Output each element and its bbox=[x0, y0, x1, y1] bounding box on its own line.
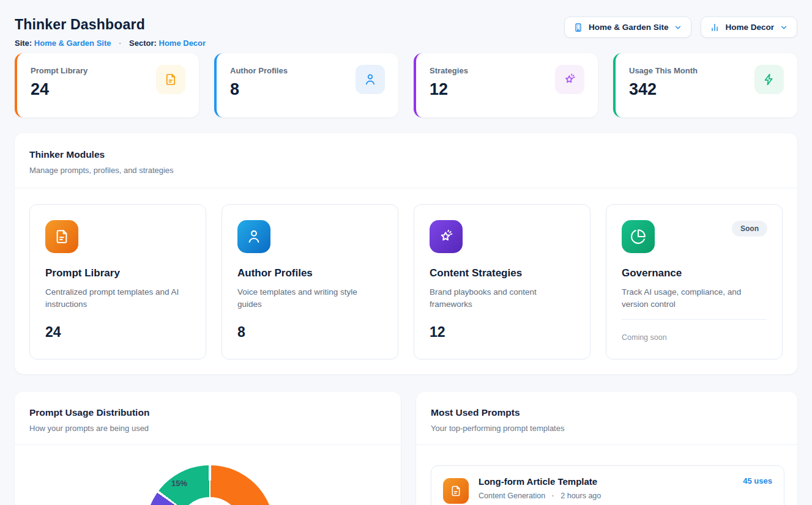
page-title: Thinker Dashboard bbox=[15, 17, 206, 33]
zap-icon bbox=[754, 65, 784, 94]
breadcrumb: Site: Home & Garden Site · Sector: Home … bbox=[15, 39, 206, 48]
header-controls: Home & Garden Site Home Decor bbox=[564, 17, 797, 38]
separator-dot: · bbox=[119, 39, 121, 48]
stat-card-usage: Usage This Month 342 bbox=[613, 53, 797, 117]
bar-chart-icon bbox=[710, 23, 720, 32]
module-title: Governance bbox=[622, 267, 767, 279]
dashboard-page: Thinker Dashboard Site: Home & Garden Si… bbox=[0, 0, 812, 505]
most-used-prompts-panel: Most Used Prompts Your top-performing pr… bbox=[416, 392, 797, 505]
modules-subtitle: Manage prompts, profiles, and strategies bbox=[29, 166, 783, 175]
prompt-item-category: Content Generation bbox=[479, 492, 545, 500]
module-stat: 24 bbox=[45, 324, 61, 341]
module-title: Author Profiles bbox=[237, 267, 382, 279]
stat-cards-row: Prompt Library 24 Author Profiles 8 Stra… bbox=[15, 53, 797, 117]
prompt-item-title: Long-form Article Template bbox=[479, 476, 601, 487]
prompt-item-meta: Content Generation · 2 hours ago bbox=[479, 492, 601, 500]
modules-title: Thinker Modules bbox=[29, 149, 783, 160]
thinker-modules-section: Thinker Modules Manage prompts, profiles… bbox=[15, 133, 797, 374]
prompts-panel-subtitle: Your top-performing prompt templates bbox=[431, 424, 783, 433]
page-header: Thinker Dashboard Site: Home & Garden Si… bbox=[15, 17, 797, 48]
soon-badge: Soon bbox=[732, 221, 767, 237]
site-selector-button[interactable]: Home & Garden Site bbox=[564, 17, 692, 38]
site-label: Site: bbox=[15, 39, 32, 48]
separator-dot: · bbox=[552, 492, 554, 500]
sector-selector-button[interactable]: Home Decor bbox=[701, 17, 797, 38]
module-title: Content Strategies bbox=[430, 267, 575, 279]
chevron-down-icon bbox=[780, 23, 788, 32]
usage-panel-subtitle: How your prompts are being used bbox=[29, 424, 386, 433]
module-description: Track AI usage, compliance, and version … bbox=[622, 286, 767, 311]
user-icon bbox=[356, 65, 385, 94]
module-description: Brand playbooks and content frameworks bbox=[430, 286, 575, 311]
stat-card-strategies: Strategies 12 bbox=[414, 53, 598, 117]
donut-chart: 15% bbox=[146, 465, 274, 505]
stat-card-prompt-library: Prompt Library 24 bbox=[15, 53, 199, 117]
donut-slice-label: 15% bbox=[171, 479, 187, 488]
prompts-panel-header: Most Used Prompts Your top-performing pr… bbox=[416, 392, 797, 445]
site-selector-label: Home & Garden Site bbox=[589, 23, 669, 32]
sparkle-star-icon bbox=[430, 220, 463, 253]
module-card-prompt-library[interactable]: Prompt Library Centralized prompt templa… bbox=[29, 204, 206, 359]
sector-selector-label: Home Decor bbox=[725, 23, 774, 32]
pie-chart-icon bbox=[622, 220, 655, 253]
module-stat: 8 bbox=[237, 324, 245, 341]
module-title: Prompt Library bbox=[45, 267, 190, 279]
prompt-item-time: 2 hours ago bbox=[561, 492, 601, 500]
module-card-author-profiles[interactable]: Author Profiles Voice templates and writ… bbox=[222, 204, 398, 359]
file-text-icon bbox=[443, 478, 469, 504]
sector-label: Sector: bbox=[129, 39, 157, 48]
site-link[interactable]: Home & Garden Site bbox=[34, 39, 111, 48]
title-block: Thinker Dashboard Site: Home & Garden Si… bbox=[15, 17, 206, 48]
modules-header: Thinker Modules Manage prompts, profiles… bbox=[15, 133, 797, 188]
module-card-governance[interactable]: Soon Governance Track AI usage, complian… bbox=[606, 204, 783, 359]
building-icon bbox=[573, 23, 583, 32]
chevron-down-icon bbox=[674, 23, 682, 32]
usage-panel-title: Prompt Usage Distribution bbox=[29, 407, 386, 418]
module-stat: 12 bbox=[430, 324, 445, 341]
file-text-icon bbox=[156, 65, 185, 94]
prompt-item-uses-badge: 45 uses bbox=[743, 476, 772, 485]
usage-panel-header: Prompt Usage Distribution How your promp… bbox=[15, 392, 401, 445]
module-card-content-strategies[interactable]: Content Strategies Brand playbooks and c… bbox=[414, 204, 590, 359]
prompt-item-text: Long-form Article Template Content Gener… bbox=[479, 476, 601, 500]
module-description: Centralized prompt templates and AI inst… bbox=[45, 286, 190, 311]
modules-grid: Prompt Library Centralized prompt templa… bbox=[15, 188, 797, 374]
bottom-row: Prompt Usage Distribution How your promp… bbox=[15, 392, 797, 505]
user-icon bbox=[237, 220, 270, 253]
prompt-usage-panel: Prompt Usage Distribution How your promp… bbox=[15, 392, 401, 505]
file-text-icon bbox=[45, 220, 78, 253]
divider bbox=[622, 319, 767, 320]
module-description: Voice templates and writing style guides bbox=[237, 286, 382, 311]
coming-soon-text: Coming soon bbox=[622, 333, 667, 342]
stat-card-author-profiles: Author Profiles 8 bbox=[214, 53, 398, 117]
sparkle-star-icon bbox=[555, 65, 584, 94]
sector-link[interactable]: Home Decor bbox=[159, 39, 206, 48]
prompts-panel-title: Most Used Prompts bbox=[431, 407, 783, 418]
prompt-list-item[interactable]: Long-form Article Template Content Gener… bbox=[431, 465, 784, 505]
